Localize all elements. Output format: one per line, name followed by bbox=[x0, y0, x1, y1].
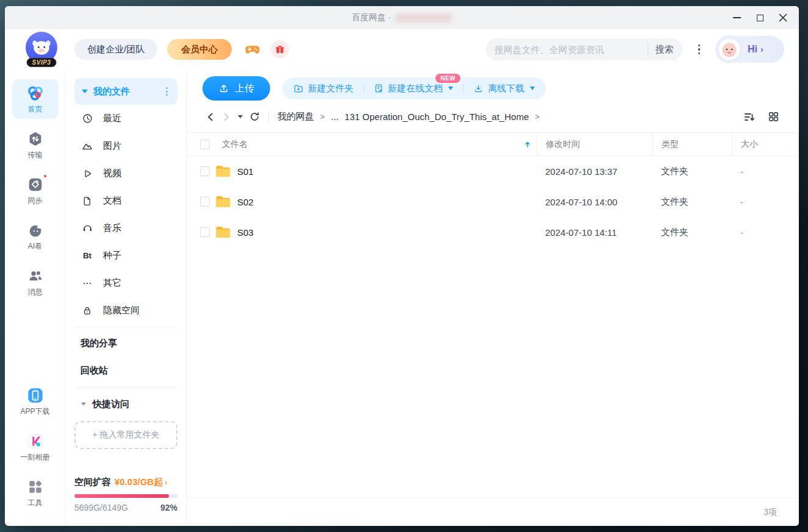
chevron-down-icon bbox=[82, 90, 88, 93]
assistant-pill[interactable]: Hi › bbox=[716, 36, 784, 63]
new-folder-button[interactable]: 新建文件夹 bbox=[293, 83, 354, 94]
sidebar-item-pictures[interactable]: 图片 bbox=[74, 132, 177, 160]
offline-download-button[interactable]: 离线下载 bbox=[473, 83, 535, 94]
breadcrumb-ellipsis[interactable]: ... bbox=[331, 112, 339, 122]
column-header-modified[interactable]: 修改时间 bbox=[537, 133, 652, 155]
upload-icon bbox=[218, 83, 229, 94]
file-name: S01 bbox=[237, 166, 254, 177]
quick-access-dropzone[interactable]: + 拖入常用文件夹 bbox=[74, 421, 177, 449]
storage-percent-text: 92% bbox=[160, 503, 177, 512]
folder-icon bbox=[215, 165, 231, 178]
rail-item-album[interactable]: 一刻相册 bbox=[12, 427, 59, 467]
file-table-header: 文件名 修改时间 类型 大小 bbox=[187, 133, 799, 156]
breadcrumb-current[interactable]: 131 Operation_Ouch_Do_Try_This_at_Home bbox=[345, 112, 529, 122]
row-checkbox[interactable] bbox=[200, 166, 210, 176]
bt-icon-text: Bt bbox=[83, 251, 91, 260]
nav-divider bbox=[268, 111, 269, 123]
column-header-size[interactable]: 大小 bbox=[732, 133, 799, 155]
svip-badge: SVIP3 bbox=[27, 58, 57, 67]
forward-button[interactable] bbox=[218, 109, 234, 125]
rail-item-transfer[interactable]: 传输 bbox=[12, 125, 59, 165]
sidebar-divider bbox=[76, 327, 176, 327]
sidebar-item-hidden-space[interactable]: 隐藏空间 bbox=[74, 297, 177, 324]
maximize-button[interactable] bbox=[750, 9, 770, 27]
rail-item-app-download[interactable]: APP下载 bbox=[12, 381, 59, 421]
new-folder-label: 新建文件夹 bbox=[308, 83, 354, 94]
row-checkbox[interactable] bbox=[200, 227, 210, 237]
vip-center-button[interactable]: 会员中心 bbox=[167, 39, 232, 60]
chevron-right-icon: › bbox=[760, 44, 763, 54]
account-avatar[interactable]: SVIP3 bbox=[24, 32, 59, 67]
create-team-button[interactable]: 创建企业/团队 bbox=[74, 39, 157, 60]
redacted-username bbox=[396, 13, 452, 23]
sidebar-item-recycle-bin[interactable]: 回收站 bbox=[74, 357, 177, 385]
table-row[interactable]: S03 2024-07-10 14:11 文件夹 - bbox=[187, 217, 799, 247]
rail-label: 一刻相册 bbox=[12, 452, 59, 463]
rail-label: 传输 bbox=[12, 150, 59, 160]
select-all-checkbox[interactable] bbox=[200, 140, 210, 149]
rail-item-home[interactable]: 首页 bbox=[12, 79, 59, 119]
upload-button[interactable]: 上传 bbox=[202, 76, 270, 101]
breadcrumb-root[interactable]: 我的网盘 bbox=[277, 111, 314, 122]
history-dropdown-icon[interactable] bbox=[238, 115, 243, 118]
close-button[interactable] bbox=[773, 9, 793, 27]
breadcrumb-separator: > bbox=[320, 112, 325, 121]
file-modified: 2024-07-10 14:11 bbox=[537, 227, 652, 238]
storage-expand-link[interactable]: 空间扩容 ¥0.03/GB起 › bbox=[74, 477, 177, 488]
sidebar-item-videos[interactable]: 视频 bbox=[74, 160, 177, 187]
more-menu-icon[interactable] bbox=[695, 41, 704, 59]
sidebar-label: 音乐 bbox=[103, 222, 121, 234]
file-name: S02 bbox=[237, 197, 254, 207]
gift-icon[interactable] bbox=[271, 40, 289, 59]
sidebar-item-others[interactable]: 其它 bbox=[74, 269, 177, 297]
storage-panel: 空间扩容 ¥0.03/GB起 › 5699G/6149G 92% bbox=[74, 477, 177, 512]
tools-icon bbox=[12, 478, 59, 496]
rail-bottom-group: APP下载 一刻相册 bbox=[12, 381, 59, 519]
rail-item-sync[interactable]: 同步 bbox=[12, 171, 59, 210]
rail-label: AI看 bbox=[12, 241, 59, 252]
my-files-more-icon[interactable] bbox=[163, 85, 170, 98]
breadcrumb-separator: > bbox=[535, 112, 540, 121]
chevron-down-icon bbox=[448, 87, 453, 90]
file-type: 文件夹 bbox=[652, 196, 732, 208]
quick-access-header[interactable]: 快捷访问 bbox=[74, 390, 177, 418]
game-center-icon[interactable] bbox=[244, 41, 261, 58]
sidebar-item-torrents[interactable]: Bt 种子 bbox=[74, 242, 177, 269]
rail-item-ai-view[interactable]: AI看 bbox=[12, 216, 59, 256]
file-list: S01 2024-07-10 13:37 文件夹 - bbox=[187, 156, 799, 247]
storage-usage-row: 5699G/6149G 92% bbox=[74, 503, 177, 512]
sidebar-item-recent[interactable]: 最近 bbox=[74, 105, 177, 132]
item-count: 3项 bbox=[763, 507, 777, 518]
chevron-down-icon bbox=[81, 402, 87, 405]
table-row[interactable]: S02 2024-07-10 14:00 文件夹 - bbox=[187, 186, 799, 217]
column-header-name[interactable]: 文件名 bbox=[222, 139, 248, 150]
chevron-down-icon bbox=[530, 87, 535, 90]
minimize-button[interactable] bbox=[727, 9, 746, 27]
row-checkbox[interactable] bbox=[200, 197, 210, 207]
back-button[interactable] bbox=[202, 109, 218, 125]
sidebar-item-music[interactable]: 音乐 bbox=[74, 215, 177, 242]
sidebar-divider bbox=[76, 387, 176, 388]
header-bar: SVIP3 创建企业/团队 会员中心 搜索 bbox=[5, 29, 799, 69]
new-online-doc-button[interactable]: 新建在线文档 NEW bbox=[374, 83, 453, 94]
sidebar-item-my-shares[interactable]: 我的分享 bbox=[74, 330, 177, 357]
sort-asc-icon[interactable] bbox=[523, 140, 532, 149]
sidebar-item-my-files[interactable]: 我的文件 bbox=[74, 78, 177, 105]
rail-item-tools[interactable]: 工具 bbox=[12, 473, 59, 512]
bt-icon: Bt bbox=[80, 251, 94, 260]
sync-icon bbox=[12, 176, 59, 194]
window-controls bbox=[727, 6, 793, 29]
rail-item-messages[interactable]: 消息 bbox=[12, 262, 59, 302]
home-icon bbox=[12, 84, 59, 102]
column-header-type[interactable]: 类型 bbox=[652, 133, 732, 155]
ai-view-icon bbox=[12, 221, 59, 239]
table-row[interactable]: S01 2024-07-10 13:37 文件夹 - bbox=[187, 156, 799, 186]
rail-label: 同步 bbox=[12, 196, 59, 206]
chevron-right-icon: › bbox=[165, 478, 167, 487]
refresh-button[interactable] bbox=[246, 109, 262, 125]
grid-view-icon[interactable] bbox=[768, 111, 779, 122]
sort-icon[interactable] bbox=[743, 111, 756, 123]
sidebar-item-documents[interactable]: 文档 bbox=[74, 187, 177, 215]
search-input[interactable] bbox=[495, 44, 640, 55]
search-button[interactable]: 搜索 bbox=[656, 44, 674, 55]
